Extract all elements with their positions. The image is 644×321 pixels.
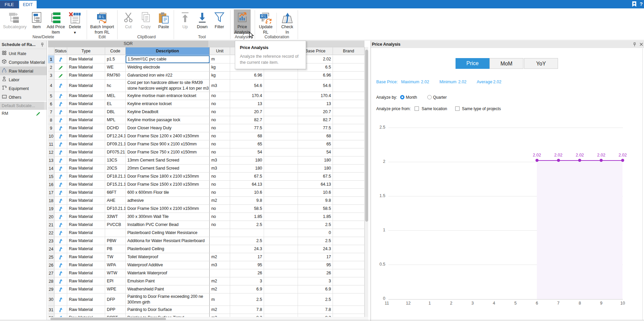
svg-text:R L: R L <box>98 15 104 19</box>
svg-text:R L: R L <box>261 14 266 18</box>
